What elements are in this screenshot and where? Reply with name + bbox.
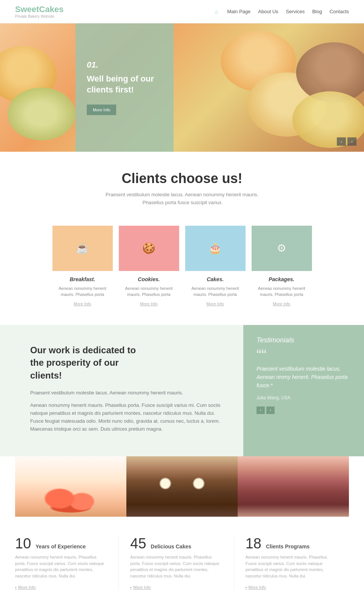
stat-clients-link[interactable]: ▪More Info	[246, 585, 266, 590]
clients-heading: Clients choose us!	[15, 171, 349, 186]
prosperity-section: Our work is dedicated to the prosperity …	[0, 325, 364, 457]
hero-overlay: 01. Well being of our clients first! Mor…	[75, 23, 174, 152]
hero-prev-arrow[interactable]: ‹	[337, 137, 346, 146]
card-desc-breakfast: Aenean nonummy henerit mauris. Phasellus…	[52, 285, 113, 298]
prosperity-left: Our work is dedicated to the prosperity …	[0, 325, 243, 457]
stat-more-icon-years: ▪	[15, 585, 17, 590]
testi-next-arrow[interactable]: ›	[266, 406, 275, 414]
clients-subtext-2: Phasellus porta fusce suscipit varius	[15, 199, 349, 207]
card-desc-packages: Aeneas nonummy henerit mauris. Phasellus…	[252, 285, 312, 298]
stat-more-icon-clients: ▪	[246, 585, 247, 590]
prosperity-intro: Praesent vestibulum molestie lacus. Aene…	[30, 389, 224, 397]
stat-cakes-desc: Aenean nonummy henerit mauris. Phasellus…	[130, 554, 222, 579]
testimonials-box: Testimonials ““ Praesent vestibulum mole…	[243, 325, 364, 457]
home-icon[interactable]: ⌂	[215, 9, 218, 15]
stat-clients-number: 18	[246, 536, 261, 552]
testimonials-author: Julia Wang, USA	[256, 395, 351, 400]
testimonials-arrows: ‹ ›	[256, 406, 351, 414]
card-desc-cookies: Aenean nonummy henerit mauris. Phasellus…	[119, 285, 179, 298]
card-link-cakes[interactable]: More Info	[206, 302, 224, 306]
logo-accent: Cakes	[39, 5, 64, 14]
chocolate-image-inner	[126, 456, 238, 517]
card-desc-cakes: Aenean nonummy henerit mauris. Phasellus…	[185, 285, 246, 298]
prosperity-heading: Our work is dedicated to the prosperity …	[30, 344, 143, 382]
logo: SweetCakes Private Bakery Website	[15, 5, 63, 18]
logo-title: SweetCakes	[15, 5, 63, 14]
hero-title: Well being of our clients first!	[87, 74, 162, 95]
feature-card-cakes: 🎂 Cakes. Aenean nonummy henerit mauris. …	[185, 226, 246, 306]
card-icon-breakfast: ☕	[52, 226, 113, 271]
stats-section: 10 Years of Experience Aenean nonummy he…	[0, 456, 364, 605]
nav-main-page[interactable]: Main Page	[227, 9, 250, 14]
food-image-chocolate	[126, 456, 238, 517]
clients-subtext-1: Praesent vestibulum molestie lacus. Aene…	[15, 191, 349, 199]
feature-cards: ☕ Breakfast. Aenean nonummy henerit maur…	[0, 214, 364, 306]
card-icon-cakes: 🎂	[185, 226, 246, 271]
card-title-packages: Packages.	[269, 276, 295, 282]
feature-card-packages: ⚙ Packages. Aeneas nonummy henerit mauri…	[252, 226, 312, 306]
main-nav: ⌂ Main Page About Us Services Blog Conta…	[215, 9, 349, 15]
site-header: SweetCakes Private Bakery Website ⌂ Main…	[0, 0, 364, 23]
card-title-cakes: Cakes.	[207, 276, 224, 282]
heart-image-inner	[238, 456, 349, 517]
stat-years-number: 10	[15, 536, 31, 552]
stat-clients: 18 Clients Programs Aenean nonummy hener…	[234, 536, 349, 590]
stat-years-link[interactable]: ▪More Info	[15, 585, 35, 590]
clients-section: Clients choose us! Praesent vestibulum m…	[0, 152, 364, 214]
card-link-packages[interactable]: More Info	[273, 302, 290, 306]
card-icon-cookies: 🍪	[119, 226, 179, 271]
strawberry-image-inner	[15, 456, 126, 517]
nav-contacts[interactable]: Contacts	[330, 9, 349, 14]
stat-cakes-link[interactable]: ▪More Info	[130, 585, 151, 590]
card-icon-packages: ⚙	[252, 226, 312, 271]
hero-next-arrow[interactable]: ›	[347, 137, 356, 146]
testimonials-title: Testimonials	[256, 336, 351, 344]
stat-clients-desc: Aenean nonummy henerit mauris. Phasellus…	[246, 554, 338, 579]
macaron-2	[8, 88, 75, 140]
hero-slide-number: 01.	[87, 60, 162, 70]
card-link-breakfast[interactable]: More Info	[74, 302, 91, 306]
quote-mark: ““	[256, 349, 351, 361]
logo-subtitle: Private Bakery Website	[15, 14, 63, 18]
stat-years: 10 Years of Experience Aenean nonummy he…	[15, 536, 118, 590]
food-image-heart	[238, 456, 349, 517]
nav-blog[interactable]: Blog	[312, 9, 322, 14]
stat-years-desc: Aenean nonummy henerit mauris. Phasellus…	[15, 554, 107, 579]
stat-cakes-number-row: 45 Delicious Cakes	[130, 536, 222, 552]
stats-row: 10 Years of Experience Aenean nonummy he…	[15, 528, 349, 590]
card-link-cookies[interactable]: More Info	[140, 302, 157, 306]
hero-more-info-button[interactable]: More Info	[87, 105, 116, 115]
hero-visual	[0, 23, 364, 152]
hero-section: 01. Well being of our clients first! Mor…	[0, 23, 364, 152]
stat-years-label: Years of Experience	[35, 543, 86, 550]
testimonials-text: Praesent vestibulum molestie lacus. Aene…	[256, 365, 351, 390]
stat-cakes-label: Delicious Cakes	[151, 543, 191, 550]
card-title-breakfast: Breakfast.	[70, 276, 95, 282]
stat-years-number-row: 10 Years of Experience	[15, 536, 107, 552]
stat-clients-number-row: 18 Clients Programs	[246, 536, 338, 552]
feature-card-cookies: 🍪 Cookies. Aenean nonummy henerit mauris…	[119, 226, 179, 306]
hero-arrows: ‹ ›	[337, 137, 356, 146]
card-title-cookies: Cookies.	[138, 276, 160, 282]
food-images	[15, 456, 349, 517]
food-image-strawberry	[15, 456, 126, 517]
feature-card-breakfast: ☕ Breakfast. Aenean nonummy henerit maur…	[52, 226, 113, 306]
prosperity-body: Aenean nonummy henerit mauris. Phasellus…	[30, 402, 224, 433]
stat-clients-label: Clients Programs	[266, 543, 310, 550]
stat-more-icon-cakes: ▪	[130, 585, 132, 590]
nav-services[interactable]: Services	[286, 9, 305, 14]
nav-links: Main Page About Us Services Blog Contact…	[227, 9, 349, 14]
nav-about-us[interactable]: About Us	[258, 9, 278, 14]
stat-cakes: 45 Delicious Cakes Aenean nonummy heneri…	[118, 536, 233, 590]
stat-cakes-number: 45	[130, 536, 146, 552]
testi-prev-arrow[interactable]: ‹	[256, 406, 265, 414]
logo-main: Sweet	[15, 5, 39, 14]
